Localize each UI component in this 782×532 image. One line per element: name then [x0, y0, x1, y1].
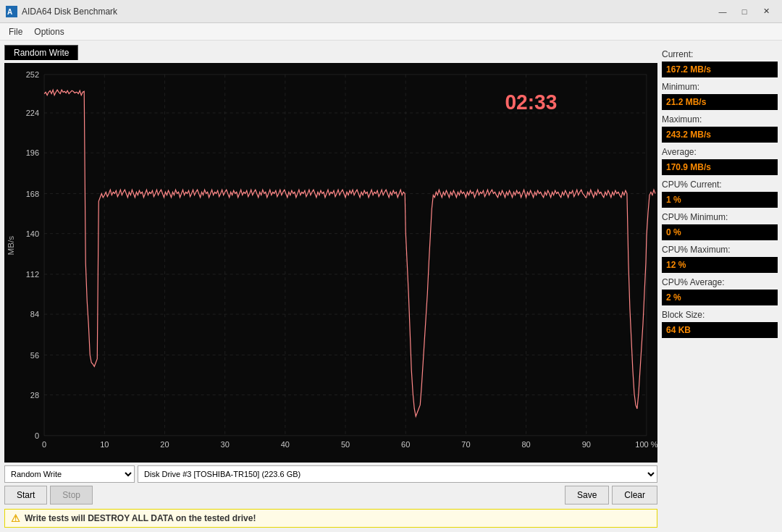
save-button[interactable]: Save [565, 486, 609, 504]
window-controls: — □ ✕ [712, 4, 776, 19]
svg-text:A: A [7, 8, 12, 16]
menu-file[interactable]: File [3, 25, 28, 38]
block-size-value: 64 KB [662, 322, 778, 338]
svg-text:30: 30 [221, 439, 230, 448]
current-label: Current: [662, 49, 778, 59]
tab-random-write[interactable]: Random Write [4, 45, 78, 60]
main-content: Random Write [0, 41, 782, 532]
menu-options[interactable]: Options [28, 25, 70, 38]
cpu-current-label: CPU% Current: [662, 180, 778, 190]
app-icon: A [6, 6, 17, 17]
maximize-button[interactable]: □ [734, 4, 754, 19]
start-button[interactable]: Start [4, 486, 47, 504]
titlebar: A AIDA64 Disk Benchmark — □ ✕ [0, 0, 782, 23]
svg-text:80: 80 [521, 439, 530, 448]
svg-text:40: 40 [281, 439, 290, 448]
svg-text:90: 90 [582, 439, 591, 448]
close-button[interactable]: ✕ [756, 4, 776, 19]
titlebar-title: AIDA64 Disk Benchmark [22, 7, 712, 17]
svg-text:196: 196 [26, 148, 39, 157]
svg-text:60: 60 [401, 439, 410, 448]
drive-dropdown[interactable]: Disk Drive #3 [TOSHIBA-TR150] (223.6 GB) [138, 465, 657, 483]
menubar: File Options [0, 23, 782, 41]
controls-row: Random Write Disk Drive #3 [TOSHIBA-TR15… [4, 465, 657, 483]
svg-text:100 %: 100 % [635, 439, 657, 448]
cpu-current-value: 1 % [662, 192, 778, 208]
minimum-value: 21.2 MB/s [662, 94, 778, 110]
right-panel: Current: 167.2 MB/s Minimum: 21.2 MB/s M… [662, 45, 778, 528]
svg-text:84: 84 [30, 310, 39, 318]
svg-text:140: 140 [26, 229, 39, 238]
svg-text:0: 0 [35, 431, 39, 440]
svg-text:28: 28 [30, 391, 39, 400]
svg-rect-2 [4, 63, 657, 463]
left-panel: Random Write [4, 45, 657, 528]
svg-text:252: 252 [26, 70, 39, 79]
average-value: 170.9 MB/s [662, 159, 778, 175]
svg-text:70: 70 [461, 439, 470, 448]
cpu-maximum-label: CPU% Maximum: [662, 245, 778, 255]
maximum-label: Maximum: [662, 114, 778, 124]
warning-bar: ⚠ Write tests will DESTROY ALL DATA on t… [4, 509, 657, 528]
svg-text:56: 56 [30, 350, 39, 359]
minimum-label: Minimum: [662, 82, 778, 92]
svg-text:224: 224 [26, 109, 39, 117]
current-value: 167.2 MB/s [662, 62, 778, 77]
chart-container: 0 28 56 84 112 140 168 196 224 252 MB/s … [4, 63, 657, 463]
svg-text:50: 50 [341, 439, 350, 448]
action-buttons: Start Stop Save Clear [4, 486, 657, 506]
svg-text:10: 10 [100, 439, 109, 448]
cpu-minimum-label: CPU% Minimum: [662, 212, 778, 222]
cpu-minimum-value: 0 % [662, 224, 778, 240]
svg-text:MB/s: MB/s [7, 235, 15, 255]
minimize-button[interactable]: — [712, 4, 733, 19]
svg-text:20: 20 [160, 439, 169, 448]
svg-text:02:33: 02:33 [505, 90, 558, 114]
block-size-label: Block Size: [662, 310, 778, 320]
warning-icon: ⚠ [11, 512, 20, 524]
maximum-value: 243.2 MB/s [662, 127, 778, 143]
average-label: Average: [662, 147, 778, 157]
test-type-dropdown[interactable]: Random Write [4, 465, 135, 483]
cpu-average-value: 2 % [662, 290, 778, 305]
svg-text:0: 0 [42, 439, 46, 448]
svg-text:112: 112 [26, 270, 39, 279]
chart-svg: 0 28 56 84 112 140 168 196 224 252 MB/s … [4, 63, 657, 463]
svg-text:168: 168 [26, 189, 39, 198]
tab-bar: Random Write [4, 45, 657, 60]
warning-text: Write tests will DESTROY ALL DATA on the… [25, 513, 256, 523]
cpu-maximum-value: 12 % [662, 257, 778, 273]
cpu-average-label: CPU% Average: [662, 277, 778, 287]
clear-button[interactable]: Clear [612, 486, 657, 504]
stop-button[interactable]: Stop [50, 486, 93, 504]
